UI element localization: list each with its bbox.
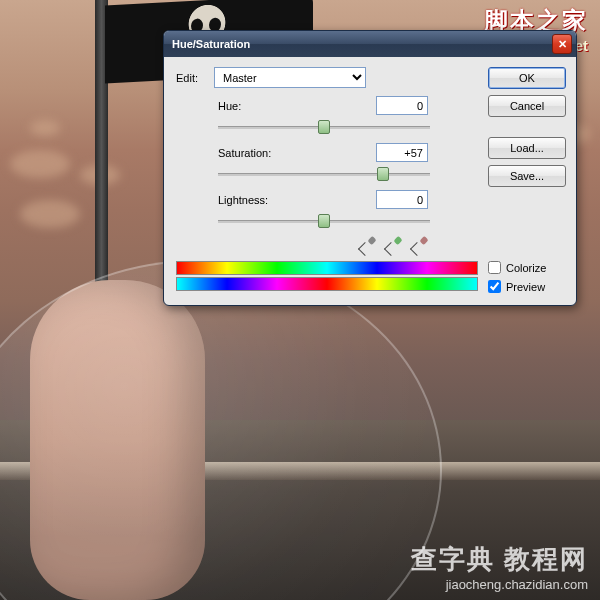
edit-dropdown[interactable]: Master: [214, 67, 366, 88]
cloud: [30, 120, 60, 136]
saturation-slider[interactable]: [218, 164, 430, 184]
ok-button[interactable]: OK: [488, 67, 566, 89]
colorize-checkbox-row[interactable]: Colorize: [488, 261, 566, 274]
watermark-bottom-cn: 查字典 教程网: [411, 542, 588, 577]
lightness-slider[interactable]: [218, 211, 430, 231]
hue-slider[interactable]: [218, 117, 430, 137]
saturation-slider-thumb[interactable]: [377, 167, 389, 181]
hue-slider-thumb[interactable]: [318, 120, 330, 134]
colorize-checkbox[interactable]: [488, 261, 501, 274]
hue-label: Hue:: [218, 100, 338, 112]
close-icon: ✕: [558, 38, 567, 51]
hue-saturation-dialog: Hue/Saturation ✕ Edit: Master Hue:: [163, 30, 577, 306]
dialog-titlebar[interactable]: Hue/Saturation ✕: [164, 31, 576, 57]
edit-label: Edit:: [176, 72, 208, 84]
hue-gradient-input: [176, 261, 478, 275]
close-button[interactable]: ✕: [552, 34, 572, 54]
colorize-label: Colorize: [506, 262, 546, 274]
lightness-slider-thumb[interactable]: [318, 214, 330, 228]
watermark-bottom-url: jiaocheng.chazidian.com: [411, 577, 588, 592]
saturation-input[interactable]: [376, 143, 428, 162]
eyedropper-add-icon[interactable]: [384, 237, 402, 255]
hue-gradient-output: [176, 277, 478, 291]
saturation-label: Saturation:: [218, 147, 338, 159]
cloud: [20, 200, 80, 228]
watermark-bottom: 查字典 教程网 jiaocheng.chazidian.com: [411, 542, 588, 592]
lightness-label: Lightness:: [218, 194, 338, 206]
hue-input[interactable]: [376, 96, 428, 115]
lightness-input[interactable]: [376, 190, 428, 209]
eyedropper-subtract-icon[interactable]: [410, 237, 428, 255]
dialog-title: Hue/Saturation: [172, 38, 250, 50]
preview-checkbox[interactable]: [488, 280, 501, 293]
preview-label: Preview: [506, 281, 545, 293]
eyedropper-icon[interactable]: [358, 237, 376, 255]
cloud: [10, 150, 70, 178]
cancel-button[interactable]: Cancel: [488, 95, 566, 117]
load-button[interactable]: Load...: [488, 137, 566, 159]
save-button[interactable]: Save...: [488, 165, 566, 187]
preview-checkbox-row[interactable]: Preview: [488, 280, 566, 293]
